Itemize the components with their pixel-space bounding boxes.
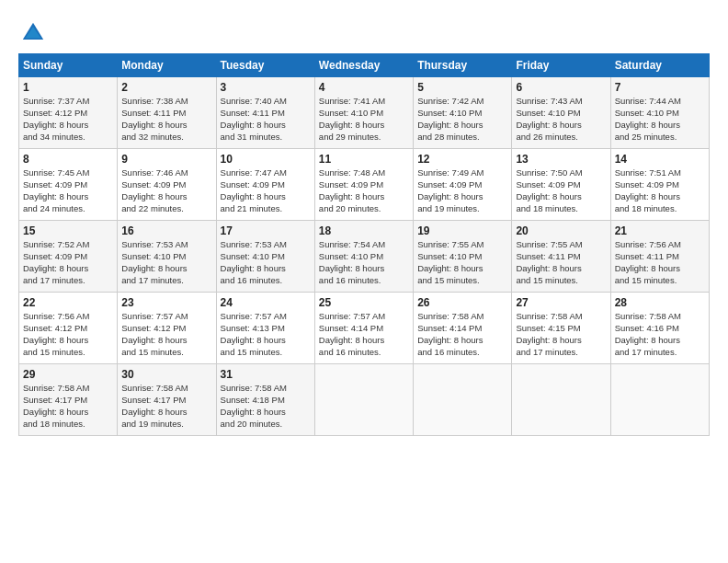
- day-info-line: Sunrise: 7:46 AM: [121, 167, 211, 179]
- day-info-line: and 16 minutes.: [319, 275, 409, 287]
- day-info-line: Sunrise: 7:55 AM: [516, 239, 606, 251]
- page: SundayMondayTuesdayWednesdayThursdayFrid…: [0, 0, 728, 563]
- day-info-line: Daylight: 8 hours: [615, 263, 705, 275]
- day-info-line: Sunset: 4:09 PM: [615, 179, 705, 191]
- calendar-cell: 30Sunrise: 7:58 AMSunset: 4:17 PMDayligh…: [118, 364, 216, 436]
- day-info-line: Sunrise: 7:40 AM: [221, 96, 311, 108]
- day-info-line: and 26 minutes.: [516, 132, 606, 144]
- day-info-line: Daylight: 8 hours: [121, 191, 211, 203]
- day-number: 14: [615, 152, 705, 167]
- day-info-line: Daylight: 8 hours: [121, 263, 211, 275]
- day-info-line: and 32 minutes.: [121, 132, 211, 144]
- day-info-line: and 17 minutes.: [121, 275, 211, 287]
- day-info-line: Daylight: 8 hours: [319, 191, 409, 203]
- day-number: 3: [221, 80, 311, 95]
- day-info-line: Sunrise: 7:57 AM: [121, 311, 211, 323]
- day-info-line: and 17 minutes.: [615, 347, 705, 359]
- day-info-line: Sunrise: 7:50 AM: [516, 167, 606, 179]
- day-info-line: Sunset: 4:10 PM: [319, 108, 409, 120]
- day-info-line: Sunset: 4:12 PM: [23, 323, 113, 335]
- day-info-line: and 15 minutes.: [417, 275, 507, 287]
- day-info-line: Sunset: 4:17 PM: [23, 395, 113, 407]
- logo-icon: [20, 20, 46, 46]
- day-info-line: and 15 minutes.: [121, 347, 211, 359]
- day-number: 7: [615, 80, 705, 95]
- day-number: 8: [23, 152, 113, 167]
- day-info-line: Sunset: 4:09 PM: [319, 179, 409, 191]
- day-info-line: Sunset: 4:13 PM: [221, 323, 311, 335]
- day-number: 1: [23, 80, 113, 95]
- day-number: 11: [319, 152, 409, 167]
- calendar-cell: 14Sunrise: 7:51 AMSunset: 4:09 PMDayligh…: [610, 149, 709, 221]
- day-number: 23: [121, 295, 211, 310]
- calendar-cell: 11Sunrise: 7:48 AMSunset: 4:09 PMDayligh…: [314, 149, 413, 221]
- day-info-line: Sunrise: 7:37 AM: [23, 96, 113, 108]
- day-info-line: Sunset: 4:10 PM: [417, 251, 507, 263]
- day-info-line: Sunrise: 7:58 AM: [121, 383, 211, 395]
- day-info-line: and 34 minutes.: [23, 132, 113, 144]
- calendar-table: SundayMondayTuesdayWednesdayThursdayFrid…: [18, 53, 710, 436]
- calendar-cell: 16Sunrise: 7:53 AMSunset: 4:10 PMDayligh…: [118, 221, 216, 293]
- day-info-line: Daylight: 8 hours: [121, 120, 211, 132]
- calendar-cell: 10Sunrise: 7:47 AMSunset: 4:09 PMDayligh…: [216, 149, 314, 221]
- day-info-line: Sunset: 4:09 PM: [516, 179, 606, 191]
- day-info-line: and 17 minutes.: [516, 347, 606, 359]
- calendar-week-4: 22Sunrise: 7:56 AMSunset: 4:12 PMDayligh…: [19, 293, 710, 364]
- day-info-line: Daylight: 8 hours: [516, 191, 606, 203]
- day-info-line: Sunrise: 7:47 AM: [221, 167, 311, 179]
- day-number: 9: [121, 152, 211, 167]
- day-info-line: Daylight: 8 hours: [319, 335, 409, 347]
- day-info-line: Daylight: 8 hours: [516, 120, 606, 132]
- day-info-line: Daylight: 8 hours: [516, 335, 606, 347]
- day-number: 27: [516, 295, 606, 310]
- day-info-line: Sunset: 4:11 PM: [615, 251, 705, 263]
- calendar-cell: [610, 364, 709, 436]
- day-info-line: Sunset: 4:12 PM: [23, 108, 113, 120]
- day-number: 30: [121, 367, 211, 382]
- day-info-line: Sunrise: 7:53 AM: [221, 239, 311, 251]
- day-number: 18: [319, 224, 409, 238]
- day-info-line: Sunset: 4:09 PM: [23, 179, 113, 191]
- calendar-cell: 7Sunrise: 7:44 AMSunset: 4:10 PMDaylight…: [610, 77, 709, 149]
- day-number: 10: [221, 152, 311, 167]
- calendar-week-1: 1Sunrise: 7:37 AMSunset: 4:12 PMDaylight…: [19, 77, 710, 149]
- day-info-line: and 31 minutes.: [221, 132, 311, 144]
- calendar-cell: 17Sunrise: 7:53 AMSunset: 4:10 PMDayligh…: [216, 221, 314, 293]
- day-info-line: and 22 minutes.: [121, 203, 211, 215]
- day-info-line: Sunset: 4:09 PM: [23, 251, 113, 263]
- calendar-cell: 1Sunrise: 7:37 AMSunset: 4:12 PMDaylight…: [19, 77, 118, 149]
- calendar-cell: 29Sunrise: 7:58 AMSunset: 4:17 PMDayligh…: [19, 364, 118, 436]
- day-info-line: and 20 minutes.: [221, 419, 311, 431]
- day-info-line: Sunrise: 7:48 AM: [319, 167, 409, 179]
- day-info-line: Sunrise: 7:56 AM: [23, 311, 113, 323]
- calendar-cell: 19Sunrise: 7:55 AMSunset: 4:10 PMDayligh…: [414, 221, 512, 293]
- day-info-line: Sunset: 4:10 PM: [319, 251, 409, 263]
- calendar-cell: 8Sunrise: 7:45 AMSunset: 4:09 PMDaylight…: [19, 149, 118, 221]
- calendar-cell: 4Sunrise: 7:41 AMSunset: 4:10 PMDaylight…: [314, 77, 413, 149]
- weekday-saturday: Saturday: [610, 54, 709, 77]
- day-number: 24: [221, 295, 311, 310]
- day-info-line: and 16 minutes.: [221, 275, 311, 287]
- day-info-line: and 25 minutes.: [615, 132, 705, 144]
- calendar-cell: 15Sunrise: 7:52 AMSunset: 4:09 PMDayligh…: [19, 221, 118, 293]
- calendar-cell: 9Sunrise: 7:46 AMSunset: 4:09 PMDaylight…: [118, 149, 216, 221]
- day-info-line: Sunrise: 7:51 AM: [615, 167, 705, 179]
- day-number: 21: [615, 224, 705, 238]
- day-number: 31: [221, 367, 311, 382]
- day-info-line: Daylight: 8 hours: [221, 263, 311, 275]
- day-info-line: Sunrise: 7:53 AM: [121, 239, 211, 251]
- day-info-line: Daylight: 8 hours: [319, 263, 409, 275]
- day-info-line: Sunrise: 7:49 AM: [417, 167, 507, 179]
- calendar-cell: [414, 364, 512, 436]
- calendar-cell: 27Sunrise: 7:58 AMSunset: 4:15 PMDayligh…: [512, 293, 610, 364]
- day-info-line: Sunset: 4:17 PM: [121, 395, 211, 407]
- calendar-cell: 13Sunrise: 7:50 AMSunset: 4:09 PMDayligh…: [512, 149, 610, 221]
- day-number: 19: [417, 224, 507, 238]
- calendar-cell: 2Sunrise: 7:38 AMSunset: 4:11 PMDaylight…: [118, 77, 216, 149]
- day-info-line: Sunset: 4:14 PM: [319, 323, 409, 335]
- day-info-line: and 15 minutes.: [23, 347, 113, 359]
- day-info-line: and 24 minutes.: [23, 203, 113, 215]
- calendar-week-3: 15Sunrise: 7:52 AMSunset: 4:09 PMDayligh…: [19, 221, 710, 293]
- day-info-line: Daylight: 8 hours: [417, 120, 507, 132]
- calendar-cell: 22Sunrise: 7:56 AMSunset: 4:12 PMDayligh…: [19, 293, 118, 364]
